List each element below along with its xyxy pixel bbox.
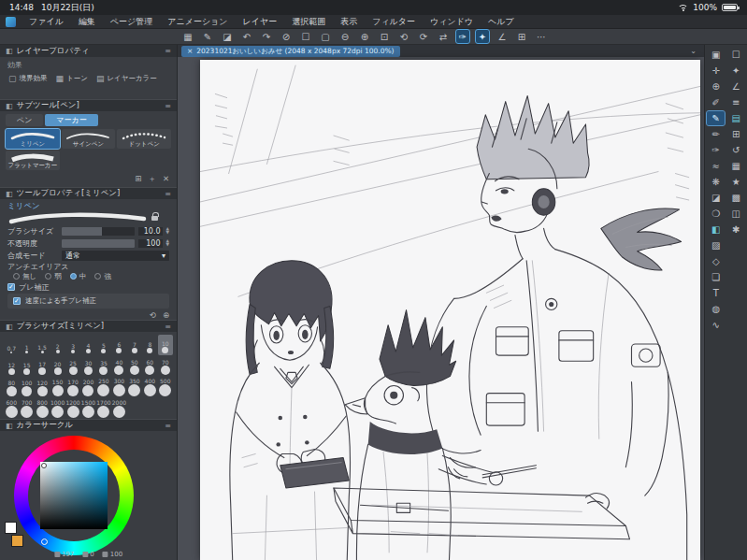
navigator-icon[interactable]: ⊞ [727, 127, 745, 141]
hue-marker[interactable] [41, 538, 48, 545]
brush-size-cell[interactable]: 400 [142, 378, 157, 398]
zoom-in-icon[interactable]: ⊕ [358, 30, 371, 43]
redo-icon[interactable]: ↷ [260, 30, 273, 43]
airbrush-tool-icon[interactable]: ≈ [707, 159, 725, 173]
ruler-icon[interactable]: ∠ [727, 79, 745, 93]
brush-size-cell[interactable]: 8 [142, 335, 157, 355]
menu-item[interactable]: レイヤー [236, 16, 285, 28]
selection-area-icon[interactable]: ☐ [727, 48, 745, 62]
grid-snap-icon[interactable]: ⊞ [515, 30, 528, 43]
brush-size-cell[interactable]: 12 [4, 356, 19, 377]
brush-size-cell[interactable]: 17 [35, 356, 50, 377]
blend-mode-dropdown[interactable]: 通常 ▾ [62, 251, 169, 261]
subtool-tab[interactable]: ペン [6, 114, 43, 126]
sub-color-swatch[interactable] [11, 535, 23, 547]
frame-border-tool-icon[interactable]: ❏ [707, 270, 725, 284]
stabilize-checkbox[interactable]: ✓ [7, 283, 15, 291]
brush-size-cell[interactable]: 250 [96, 378, 111, 398]
brush-size-cell[interactable]: 200 [80, 378, 95, 398]
brush-size-cell[interactable]: 2 [50, 335, 65, 355]
history-icon[interactable]: ↺ [727, 143, 745, 157]
rotate-left-icon[interactable]: ⟲ [397, 30, 410, 43]
eyedropper-tool-icon[interactable]: ✐ [707, 95, 725, 109]
brush-size-cell[interactable]: 700 [19, 399, 34, 419]
brush-size-cell[interactable]: 1.5 [35, 335, 50, 355]
panel-menu-icon[interactable]: ≡ [165, 422, 171, 430]
auto-select-icon[interactable]: ✦ [727, 64, 745, 78]
zoom-tool-icon[interactable]: ⊕ [707, 79, 725, 93]
selection-icon[interactable]: ☐ [299, 30, 312, 43]
brush-size-cell[interactable]: 1700 [96, 399, 111, 419]
workspace-grid-icon[interactable]: ▦ [181, 30, 194, 43]
subtool-item[interactable]: ドットペン [117, 129, 171, 149]
subtool-tab[interactable]: マーカー [45, 114, 97, 126]
fill-tool-icon[interactable]: ◧ [707, 223, 725, 237]
brush-size-cell[interactable]: 1000 [50, 399, 65, 419]
main-color-swatch[interactable] [5, 522, 17, 534]
menu-item[interactable]: ページ管理 [103, 16, 160, 28]
brush-size-cell[interactable]: 300 [111, 378, 126, 398]
subtool-item[interactable]: サインペン [62, 129, 116, 149]
canvas-viewport[interactable] [200, 60, 700, 560]
border-effect-button[interactable]: ▢境界効果 [6, 72, 50, 85]
brush-size-cell[interactable]: 25 [65, 356, 80, 377]
brush-size-cell[interactable]: 10 [158, 335, 173, 355]
timeline-icon[interactable]: ≡ [727, 95, 745, 109]
brush-size-cell[interactable]: 150 [50, 378, 65, 398]
line-correct-tool-icon[interactable]: ∿ [707, 318, 725, 332]
pencil-tool-icon[interactable]: ✏ [707, 127, 725, 141]
brush-size-cell[interactable]: 6 [111, 335, 126, 355]
figure-tool-icon[interactable]: ◇ [707, 254, 725, 268]
brush-size-cell[interactable]: 60 [142, 356, 157, 377]
quick-access-icon[interactable]: ★ [727, 175, 745, 189]
more-options-icon[interactable]: ⋯ [535, 30, 548, 43]
fit-screen-icon[interactable]: ⊡ [378, 30, 391, 43]
subtool-item[interactable]: フラットマーカー [6, 151, 60, 170]
brush-size-cell[interactable]: 170 [65, 378, 80, 398]
subtool-item[interactable]: ミリペン [6, 129, 60, 149]
brush-size-cell[interactable]: 50 [127, 356, 142, 377]
gradient-tool-icon[interactable]: ▨ [707, 238, 725, 252]
brush-size-cell[interactable]: 4 [80, 335, 95, 355]
brush-size-cell[interactable]: 40 [111, 356, 126, 377]
brush-size-cell[interactable]: 1500 [80, 399, 95, 419]
brush-size-cell[interactable]: 70 [158, 356, 173, 377]
duplicate-subtool-icon[interactable]: ⊞ [135, 174, 141, 185]
brush-mode-icon[interactable]: ✦ [476, 30, 489, 43]
menu-item[interactable]: 選択範囲 [284, 16, 333, 28]
menu-item[interactable]: 表示 [333, 16, 365, 28]
brush-size-cell[interactable]: 2000 [111, 399, 126, 419]
decoration-tool-icon[interactable]: ❋ [707, 175, 725, 189]
menu-item[interactable]: ウィンドウ [423, 16, 481, 28]
material-icon[interactable]: ▦ [727, 159, 745, 173]
opacity-value[interactable]: 100 [138, 239, 163, 248]
tab-list-chevron-icon[interactable]: ⌄ [686, 47, 700, 55]
brush-size-cell[interactable]: 100 [19, 378, 34, 398]
menu-item[interactable]: フィルター [365, 16, 423, 28]
settings-icon[interactable]: ✱ [727, 223, 745, 237]
eraser-tool-icon[interactable]: ◪ [707, 191, 725, 205]
brush-size-cell[interactable]: 120 [35, 378, 50, 398]
move-tool-icon[interactable]: ✛ [707, 64, 725, 78]
brush-size-cell[interactable]: 30 [80, 356, 95, 377]
layer-panel-icon[interactable]: ▤ [727, 111, 745, 125]
brush-size-cell[interactable]: 80 [4, 378, 19, 398]
brush-size-cell[interactable]: 350 [127, 378, 142, 398]
operation-tool-icon[interactable]: ▣ [707, 48, 725, 62]
close-tab-icon[interactable]: × [187, 47, 193, 55]
undo-icon[interactable]: ↶ [240, 30, 253, 43]
opacity-stepper[interactable]: ▲▼ [166, 239, 169, 247]
deselect-icon[interactable]: ▢ [319, 30, 332, 43]
balloon-tool-icon[interactable]: ◍ [707, 302, 725, 316]
flip-horizontal-icon[interactable]: ⇄ [437, 30, 450, 43]
panel-menu-icon[interactable]: ≡ [165, 190, 171, 198]
reset-property-icon[interactable]: ⟲ [150, 310, 156, 320]
antialias-option[interactable]: 無し [13, 272, 36, 281]
brush-size-cell[interactable]: 35 [96, 356, 111, 377]
add-property-icon[interactable]: ⊕ [163, 310, 169, 320]
text-tool-icon[interactable]: T [707, 286, 725, 300]
document-tab[interactable]: × 20231021おいしいおみせ (2048 x 2048px 72dpi 1… [181, 46, 400, 57]
pen-tool-icon[interactable]: ✎ [707, 111, 725, 125]
saturation-value-square[interactable] [40, 462, 108, 529]
brush-size-stepper[interactable]: ▲▼ [166, 227, 169, 235]
